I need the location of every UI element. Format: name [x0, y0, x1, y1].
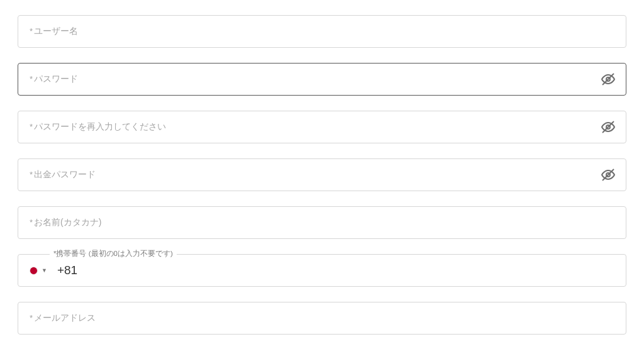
withdraw-password-placeholder: *出金パスワード — [30, 169, 96, 180]
eye-off-icon — [601, 72, 616, 87]
japan-flag-icon — [30, 267, 38, 275]
password-field[interactable]: *パスワード — [18, 63, 626, 96]
phone-field[interactable]: *携帯番号 (最初の0は入力不要です) ▼ +81 — [18, 254, 626, 287]
toggle-withdraw-password-visibility-button[interactable] — [599, 166, 617, 184]
name-katakana-field[interactable]: *お名前(カタカナ) — [18, 206, 626, 239]
username-field[interactable]: *ユーザー名 — [18, 15, 626, 48]
email-placeholder: *メールアドレス — [30, 313, 96, 324]
dial-code: +81 — [57, 263, 77, 277]
email-field[interactable]: *メールアドレス — [18, 302, 626, 335]
registration-form: *ユーザー名 *パスワード *パスワードを再入力してください — [18, 15, 626, 335]
chevron-down-icon: ▼ — [42, 267, 47, 274]
eye-off-icon — [601, 167, 616, 182]
eye-off-icon — [601, 119, 616, 135]
phone-label: *携帯番号 (最初の0は入力不要です) — [50, 249, 177, 258]
toggle-password-visibility-button[interactable] — [599, 70, 617, 88]
password-confirm-field[interactable]: *パスワードを再入力してください — [18, 111, 626, 143]
password-confirm-placeholder: *パスワードを再入力してください — [30, 121, 166, 133]
phone-content: ▼ +81 — [30, 263, 77, 277]
country-selector[interactable]: ▼ — [30, 267, 47, 275]
password-placeholder: *パスワード — [30, 74, 78, 85]
withdraw-password-field[interactable]: *出金パスワード — [18, 158, 626, 191]
name-katakana-placeholder: *お名前(カタカナ) — [30, 217, 101, 228]
username-placeholder: *ユーザー名 — [30, 26, 78, 37]
toggle-password-confirm-visibility-button[interactable] — [599, 118, 617, 136]
